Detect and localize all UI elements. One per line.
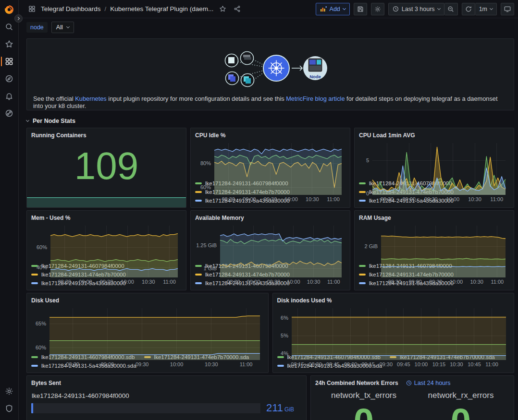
panel-title[interactable]: Running Containers <box>31 132 182 139</box>
zoom-out-time-button[interactable] <box>444 3 458 15</box>
kubernetes-link[interactable]: Kubernetes <box>75 95 106 102</box>
row-per-node-stats[interactable]: Per Node Stats <box>26 118 514 124</box>
gear-icon <box>5 387 13 396</box>
sidebar-bottom <box>0 386 19 413</box>
breadcrumb-folder[interactable]: Telegraf Dashboards <box>41 5 101 12</box>
sidebar-item-dashboards[interactable] <box>0 57 19 66</box>
svg-text:09:30: 09:30 <box>379 361 393 367</box>
gauge-value-number: 211 <box>266 402 283 414</box>
save-dashboard-button[interactable] <box>354 3 367 15</box>
tv-mode-button[interactable] <box>501 3 514 15</box>
running-containers-value: 109 <box>31 139 182 193</box>
add-button-label: Add <box>330 6 340 12</box>
disk-used-chart[interactable]: 08:3009:0009:3010:0010:3011:0060%65% <box>31 304 264 351</box>
time-range-button[interactable]: Last 3 hours <box>388 3 444 15</box>
panel-mem-used: Mem - Used % 08:3009:0009:3010:0010:3011… <box>26 210 186 290</box>
svg-text:10:15: 10:15 <box>432 361 445 367</box>
svg-text:60%: 60% <box>37 244 47 250</box>
panel-title[interactable]: RAM Usage <box>359 214 509 222</box>
grafana-logo-icon[interactable] <box>3 4 15 15</box>
panel-title[interactable]: 24h Combined Network Errors <box>315 379 398 387</box>
panel-bytes-sent: Bytes Sent lke171284-249131-4607984f0000… <box>26 375 307 420</box>
apps-grid-icon[interactable] <box>26 4 37 14</box>
bell-icon <box>5 92 13 100</box>
svg-text:5: 5 <box>366 157 369 163</box>
svg-text:40%: 40% <box>37 264 47 270</box>
svg-text:08:30: 08:30 <box>222 196 235 202</box>
sidebar-nav <box>0 22 19 118</box>
disk-inodes-chart[interactable]: 08:1508:3008:4509:0009:1509:3009:4510:00… <box>277 304 510 351</box>
svg-text:10:30: 10:30 <box>468 196 481 202</box>
svg-text:10:30: 10:30 <box>470 279 483 285</box>
panel-cpu-idle: CPU Idle % 08:3009:0009:3010:0010:3011:0… <box>190 128 350 208</box>
chevron-down-icon <box>66 25 70 28</box>
sidebar-item-administration[interactable] <box>0 386 19 396</box>
available-memory-chart[interactable]: 08:3009:0009:3010:0010:3011:001 GiB1.25 … <box>195 222 345 260</box>
row-title: Per Node Stats <box>33 118 75 124</box>
breadcrumb-dashboard[interactable]: Kubernetes Telegraf Plugin (daem... <box>110 5 213 12</box>
svg-text:08:15: 08:15 <box>291 361 304 367</box>
search-icon <box>5 23 13 31</box>
svg-text:09:30: 09:30 <box>429 279 443 285</box>
mem-used-chart[interactable]: 08:3009:0009:3010:0010:3011:0040%60% <box>31 222 182 260</box>
svg-text:1.25 GiB: 1.25 GiB <box>196 242 217 248</box>
panel-disk-used: Disk Used 08:3009:0009:3010:0010:3011:00… <box>26 293 269 373</box>
star-dashboard-icon[interactable] <box>217 4 228 14</box>
svg-text:10:00: 10:00 <box>170 361 184 367</box>
cpu-load-chart[interactable]: 08:3009:0009:3010:0010:3011:0005 <box>359 139 509 178</box>
clock-icon <box>406 380 412 386</box>
gauge-fill <box>31 403 33 413</box>
metricfire-blog-link[interactable]: MetricFire blog article <box>286 95 345 102</box>
stat-network-tx-errors: network_tx_errors 0 <box>315 391 412 420</box>
add-button[interactable]: Add <box>316 3 350 15</box>
zoom-out-icon <box>447 6 454 12</box>
panel-title[interactable]: Disk inodes Used % <box>277 297 510 304</box>
sidebar-item-search[interactable] <box>0 22 19 32</box>
chevron-down-icon <box>343 6 346 10</box>
stat-value: 0 <box>451 403 471 420</box>
panel-time-override[interactable]: Last 24 hours <box>406 380 451 386</box>
panel-title-row: 24h Combined Network Errors Last 24 hour… <box>315 379 509 387</box>
sidebar-item-alerting[interactable] <box>0 91 19 101</box>
chevron-down-icon <box>437 6 441 10</box>
svg-text:08:45: 08:45 <box>326 361 339 367</box>
svg-text:09:00: 09:00 <box>402 196 416 202</box>
svg-text:2 GiB: 2 GiB <box>364 243 378 249</box>
panel-title[interactable]: Mem - Used % <box>31 214 182 222</box>
svg-text:09:45: 09:45 <box>397 361 410 367</box>
panel-row-1: Running Containers 109 CPU Idle % 08:300… <box>26 128 514 208</box>
panel-title[interactable]: Bytes Sent <box>31 379 302 387</box>
refresh-interval-label: 1m <box>479 6 487 12</box>
svg-text:09:00: 09:00 <box>79 279 92 285</box>
compass-icon <box>5 74 13 83</box>
sidebar-expand-button[interactable] <box>14 14 23 23</box>
panel-title[interactable]: CPU Load 1min AVG <box>359 132 509 139</box>
time-picker-group: Last 3 hours <box>388 3 458 15</box>
panel-title[interactable]: Disk Used <box>31 297 264 304</box>
cpu-idle-chart[interactable]: 08:3009:0009:3010:0010:3011:0060%80% <box>195 139 345 178</box>
panel-ram-usage: RAM Usage 08:3009:0009:3010:0010:3011:00… <box>354 210 514 290</box>
refresh-button[interactable] <box>462 3 475 15</box>
ram-usage-chart[interactable]: 08:3009:0009:3010:0010:3011:002 GiB <box>359 222 509 260</box>
sidebar-item-profile-security[interactable] <box>0 404 19 413</box>
dashboard-settings-button[interactable] <box>371 3 384 15</box>
variable-node-value-dropdown[interactable]: All <box>51 22 74 33</box>
sidebar-item-connections[interactable] <box>0 108 19 118</box>
svg-text:10:45: 10:45 <box>468 361 481 367</box>
time-range-label: Last 3 hours <box>402 6 435 12</box>
share-icon[interactable] <box>232 4 242 14</box>
refresh-interval-button[interactable]: 1m <box>475 3 497 15</box>
intro-text-1: See the official <box>33 95 75 102</box>
panel-title[interactable]: Available Memory <box>195 214 345 222</box>
panel-row-3: Disk Used 08:3009:0009:3010:0010:3011:00… <box>26 293 514 373</box>
gauge-value-unit: GiB <box>284 406 294 413</box>
sidebar-item-starred[interactable] <box>0 39 19 49</box>
panel-title[interactable]: CPU Idle % <box>195 132 345 139</box>
variable-node-label[interactable]: node <box>26 22 48 33</box>
svg-text:10:00: 10:00 <box>414 361 428 367</box>
panel-available-memory: Available Memory 08:3009:0009:3010:0010:… <box>190 210 350 290</box>
save-icon <box>357 6 364 12</box>
svg-text:10:30: 10:30 <box>307 279 321 285</box>
sidebar-item-explore[interactable] <box>0 74 19 84</box>
add-panel-icon <box>320 6 327 12</box>
